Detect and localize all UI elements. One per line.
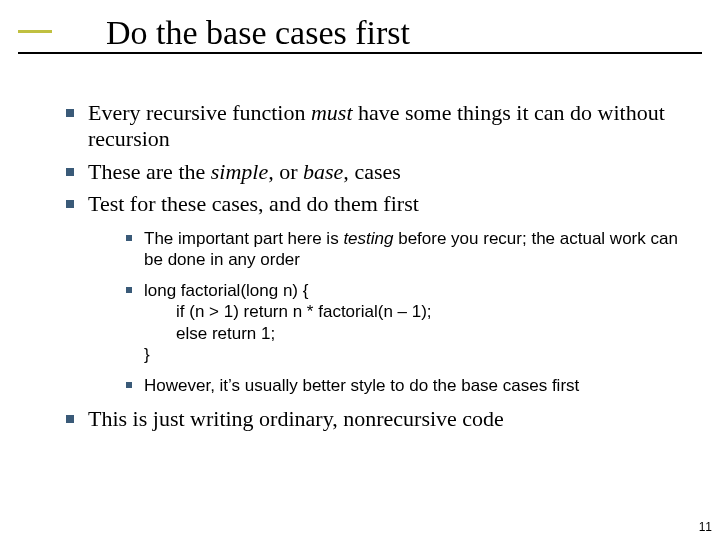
emphasis: simple, bbox=[211, 159, 274, 184]
code-line: if (n > 1) return n * factorial(n – 1); bbox=[144, 301, 680, 322]
bullet-item: This is just writing ordinary, nonrecurs… bbox=[60, 406, 680, 432]
text: These are the bbox=[88, 159, 211, 184]
sub-bullet-list: The important part here is testing befor… bbox=[122, 228, 680, 397]
slide-content: Every recursive function must have some … bbox=[60, 100, 680, 433]
code-line: else return 1; bbox=[144, 323, 680, 344]
slide-title: Do the base cases first bbox=[106, 8, 720, 52]
text: This is just writing ordinary, nonrecurs… bbox=[88, 406, 504, 431]
bullet-item: Every recursive function must have some … bbox=[60, 100, 680, 153]
bullet-item: These are the simple, or base, cases bbox=[60, 159, 680, 185]
slide: Do the base cases first Every recursive … bbox=[0, 0, 720, 540]
sub-bullet-item: The important part here is testing befor… bbox=[122, 228, 680, 271]
sub-bullet-item: long factorial(long n) { if (n > 1) retu… bbox=[122, 280, 680, 365]
text: However, it’s usually better style to do… bbox=[144, 376, 579, 395]
bullet-item: Test for these cases, and do them first … bbox=[60, 191, 680, 396]
title-area: Do the base cases first bbox=[0, 0, 720, 52]
text: Test for these cases, and do them first bbox=[88, 191, 419, 216]
bullet-list: Every recursive function must have some … bbox=[60, 100, 680, 433]
text: The important part here is bbox=[144, 229, 343, 248]
page-number: 11 bbox=[699, 520, 712, 534]
text: Every recursive function bbox=[88, 100, 311, 125]
code-line: long factorial(long n) { bbox=[144, 281, 308, 300]
code-line: } bbox=[144, 345, 150, 364]
emphasis: testing bbox=[343, 229, 393, 248]
text: cases bbox=[349, 159, 401, 184]
title-underline bbox=[18, 52, 702, 54]
accent-bar bbox=[18, 30, 52, 33]
sub-bullet-item: However, it’s usually better style to do… bbox=[122, 375, 680, 396]
emphasis: must bbox=[311, 100, 353, 125]
code-block: long factorial(long n) { if (n > 1) retu… bbox=[144, 280, 680, 365]
text: or bbox=[274, 159, 303, 184]
emphasis: base, bbox=[303, 159, 349, 184]
